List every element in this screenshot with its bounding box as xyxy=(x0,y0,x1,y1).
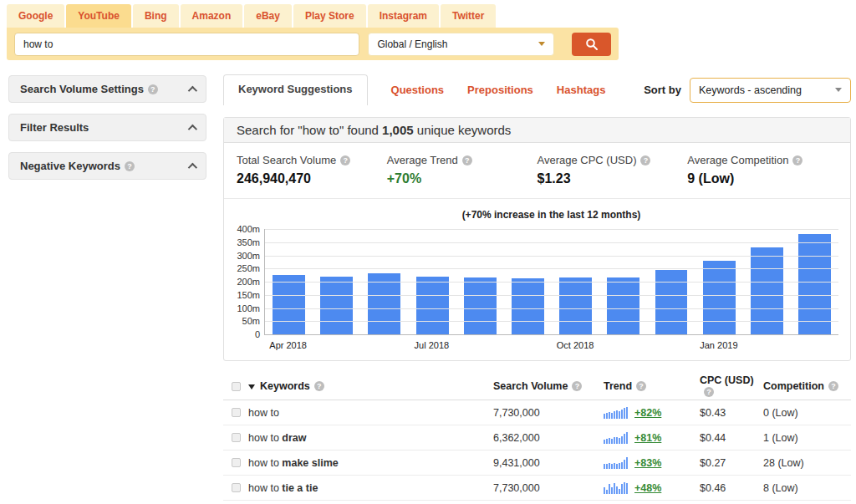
search-button[interactable] xyxy=(572,33,611,56)
y-axis-tick: 0 xyxy=(255,329,265,339)
platform-tab-google[interactable]: Google xyxy=(7,4,64,28)
trend-cell: +48% xyxy=(604,482,700,494)
chevron-down-icon xyxy=(835,88,842,92)
chart-bar-apr-2018 xyxy=(273,275,305,334)
sidebar-panel-negative-keywords[interactable]: Negative Keywords xyxy=(8,152,206,180)
trend-sparkline-icon xyxy=(604,407,629,419)
row-checkbox[interactable] xyxy=(232,433,241,442)
column-header-cpc[interactable]: CPC (USD) xyxy=(700,374,763,398)
search-volume-cell: 7,730,000 xyxy=(493,482,604,494)
chart-bar-jul-2018 xyxy=(416,277,449,334)
stat-label: Total Search Volume xyxy=(237,154,387,166)
platform-tab-amazon[interactable]: Amazon xyxy=(181,4,243,28)
trend-cell: +82% xyxy=(604,407,700,419)
help-icon xyxy=(314,381,324,391)
row-checkbox[interactable] xyxy=(232,458,241,467)
x-axis-tick xyxy=(503,340,551,350)
help-icon xyxy=(636,381,646,391)
trend-percent-link[interactable]: +82% xyxy=(634,407,661,419)
platform-tab-twitter[interactable]: Twitter xyxy=(441,4,496,28)
search-input[interactable] xyxy=(14,33,359,56)
stat-label-text: Average CPC (USD) xyxy=(538,154,637,166)
results-card: Search for "how to" found 1,005 unique k… xyxy=(223,117,851,361)
y-axis-tick: 350m xyxy=(237,237,265,247)
y-axis-tick: 100m xyxy=(237,303,265,313)
chevron-up-icon xyxy=(188,124,197,133)
select-all-checkbox[interactable] xyxy=(232,382,241,391)
stat-value: 246,940,470 xyxy=(237,171,387,186)
search-header: GoogleYouTubeBingAmazoneBayPlay StoreIns… xyxy=(7,4,619,60)
search-row: Global / English xyxy=(7,28,619,60)
summary-prefix: Search for "how to" found xyxy=(237,123,382,137)
chart-title: (+70% increase in the last 12 months) xyxy=(264,209,838,221)
platform-tabs: GoogleYouTubeBingAmazoneBayPlay StoreIns… xyxy=(7,4,619,28)
chart-bar-nov-2018 xyxy=(607,277,639,334)
help-icon xyxy=(148,84,158,94)
sidebar-panel-label: Negative Keywords xyxy=(20,160,120,172)
keyword-cell[interactable]: how to make slime xyxy=(248,457,493,469)
y-axis-tick: 300m xyxy=(237,251,265,261)
summary-count: 1,005 xyxy=(382,123,414,137)
keyword-cell[interactable]: how to draw xyxy=(248,432,493,444)
row-checkbox[interactable] xyxy=(232,483,241,492)
keyword-cell[interactable]: how to xyxy=(248,407,493,419)
keyword-cell[interactable]: how to tie a tie xyxy=(248,482,493,494)
sidebar-panel-label: Filter Results xyxy=(20,121,89,134)
chart-bar-aug-2018 xyxy=(464,277,497,334)
help-icon xyxy=(792,155,802,165)
x-axis-tick: Oct 2018 xyxy=(552,340,599,350)
table-row: how to tie a tie7,730,000+48%$0.468 (Low… xyxy=(223,476,851,501)
keyword-text-bold: make slime xyxy=(282,457,338,469)
help-icon xyxy=(462,155,472,165)
platform-tab-play-store[interactable]: Play Store xyxy=(293,4,366,28)
row-checkbox[interactable] xyxy=(232,408,241,417)
sort-by-select[interactable]: Keywords - ascending xyxy=(690,78,851,103)
trend-chart: (+70% increase in the last 12 months) 40… xyxy=(224,199,850,360)
competition-cell: 0 (Low) xyxy=(763,407,851,419)
cpc-cell: $0.43 xyxy=(700,407,763,419)
column-header-competition[interactable]: Competition xyxy=(763,380,851,392)
chart-bar-dec-2018 xyxy=(655,270,688,334)
grid-line xyxy=(265,242,838,243)
keyword-text: how to xyxy=(248,482,282,494)
sidebar-panel-filter-results[interactable]: Filter Results xyxy=(8,114,206,141)
table-body: how to7,730,000+82%$0.430 (Low)how to dr… xyxy=(223,400,851,501)
platform-tab-bing[interactable]: Bing xyxy=(133,4,179,28)
column-header-search-volume[interactable]: Search Volume xyxy=(493,380,604,392)
stat-value: +70% xyxy=(387,171,538,186)
x-axis-tick xyxy=(312,340,359,350)
trend-percent-link[interactable]: +48% xyxy=(634,482,661,494)
tab-keyword-suggestions[interactable]: Keyword Suggestions xyxy=(223,74,368,105)
x-axis-tick: Jul 2018 xyxy=(408,340,456,350)
x-axis-tick xyxy=(743,340,791,350)
tab-prepositions[interactable]: Prepositions xyxy=(467,84,533,96)
keywords-table: Keywords Search Volume Trend CPC (USD) C… xyxy=(223,373,851,501)
trend-percent-link[interactable]: +83% xyxy=(634,457,661,469)
help-icon xyxy=(125,161,135,171)
tab-hashtags[interactable]: Hashtags xyxy=(557,84,606,96)
help-icon xyxy=(640,155,650,165)
summary-suffix: unique keywords xyxy=(414,123,512,137)
region-language-select[interactable]: Global / English xyxy=(368,33,554,56)
trend-percent-link[interactable]: +81% xyxy=(634,432,661,444)
chart-plot: 400m350m300m250m200m150m100m50m0 xyxy=(264,229,838,335)
y-axis-tick: 200m xyxy=(237,277,265,287)
y-axis-tick: 250m xyxy=(237,263,265,273)
table-row: how to7,730,000+82%$0.430 (Low) xyxy=(223,400,851,425)
cpc-cell: $0.44 xyxy=(700,432,763,444)
grid-line xyxy=(265,282,838,283)
search-icon xyxy=(585,38,599,51)
stat-value: $1.23 xyxy=(538,171,688,186)
tab-questions[interactable]: Questions xyxy=(391,84,445,96)
help-icon xyxy=(572,381,582,391)
column-header-keywords[interactable]: Keywords xyxy=(248,380,493,392)
platform-tab-instagram[interactable]: Instagram xyxy=(368,4,439,28)
stat-label: Average CPC (USD) xyxy=(538,154,688,166)
stats-row: Total Search Volume246,940,470Average Tr… xyxy=(224,143,850,199)
sidebar-panel-search-volume-settings[interactable]: Search Volume Settings xyxy=(8,75,206,103)
column-header-trend[interactable]: Trend xyxy=(604,380,700,392)
grid-line xyxy=(265,295,838,296)
platform-tab-youtube[interactable]: YouTube xyxy=(66,4,131,28)
platform-tab-ebay[interactable]: eBay xyxy=(244,4,292,28)
chart-bar-mar-2019 xyxy=(798,234,831,334)
